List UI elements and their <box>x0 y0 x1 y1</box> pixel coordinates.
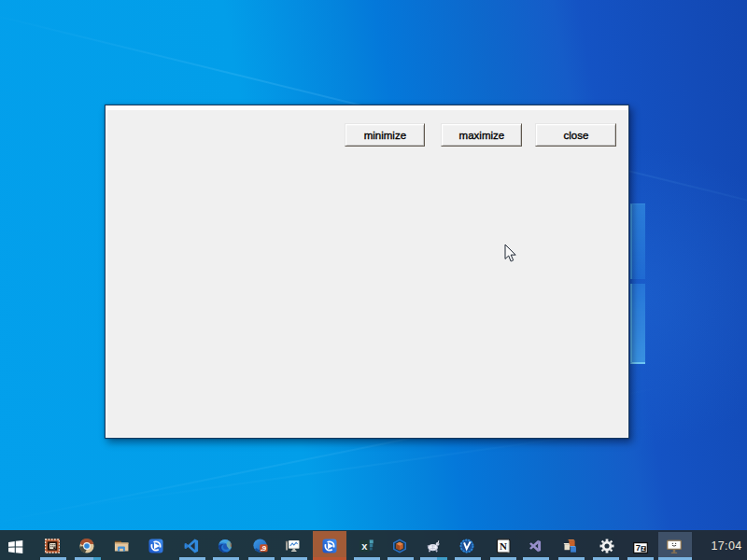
svg-text:9: 9 <box>262 544 267 553</box>
svg-text:x: x <box>361 540 368 552</box>
svg-text:z: z <box>641 545 645 552</box>
svg-text:N: N <box>500 540 507 552</box>
svg-text:7: 7 <box>636 542 641 553</box>
